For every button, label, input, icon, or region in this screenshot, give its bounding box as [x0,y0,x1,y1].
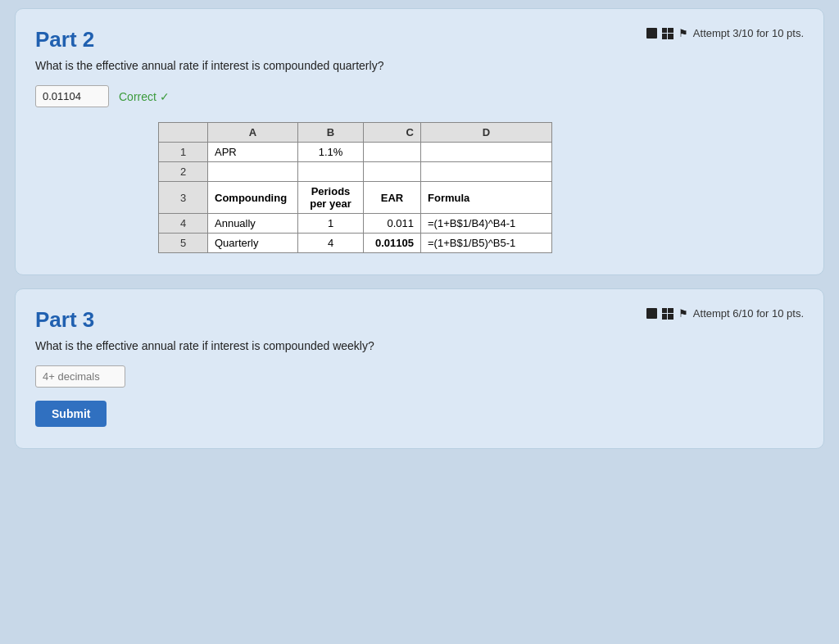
cell-3c: EAR [364,182,421,214]
cell-3b: Periodsper year [298,182,364,214]
cell-5b: 4 [298,234,364,253]
cell-5a: Quarterly [208,234,298,253]
part2-correct-label: Correct ✓ [119,90,170,103]
part3-card: ⚑ Attempt 6/10 for 10 pts. Part 3 What i… [15,288,824,449]
cell-3a: Compounding [208,182,298,214]
cell-1a: APR [208,143,298,162]
flag-icon: ⚑ [678,27,688,39]
table-row: 3 Compounding Periodsper year EAR Formul… [159,182,552,214]
col-header-c: C [364,123,421,143]
part3-attempt-text: Attempt 6/10 for 10 pts. [693,307,804,320]
cell-5d: =(1+B$1/B5)^B5-1 [421,234,552,253]
cell-1b: 1.1% [298,143,364,162]
part2-attempt-bar: ⚑ Attempt 3/10 for 10 pts. [646,27,804,39]
table-row: 1 APR 1.1% [159,143,552,162]
part2-answer-row: Correct ✓ [35,85,804,107]
cell-2a [208,162,298,182]
cell-5c: 0.01105 [364,234,421,253]
cell-4b: 1 [298,214,364,234]
table-row: 5 Quarterly 4 0.01105 =(1+B$1/B5)^B5-1 [159,234,552,253]
part2-question: What is the effective annual rate if int… [35,59,804,72]
square-icon [646,308,657,319]
cell-1d [421,143,552,162]
flag-icon: ⚑ [678,307,688,320]
cell-2c [364,162,421,182]
col-header-b: B [298,123,364,143]
cell-1c [364,143,421,162]
col-header-a: A [208,123,298,143]
part3-input-row [35,365,804,388]
cell-4a: Annually [208,214,298,234]
row-num-1: 1 [159,143,208,162]
part2-attempt-text: Attempt 3/10 for 10 pts. [693,27,804,39]
table-row: 2 [159,162,552,182]
cell-4d: =(1+B$1/B4)^B4-1 [421,214,552,234]
grid-icon [662,308,673,320]
row-num-3: 3 [159,182,208,214]
submit-button[interactable]: Submit [35,401,107,427]
cell-2b [298,162,364,182]
spreadsheet-wrapper: A B C D 1 APR 1.1% 2 [158,122,804,253]
cell-2d [421,162,552,182]
cell-3d: Formula [421,182,552,214]
row-num-2: 2 [159,162,208,182]
part3-answer-input[interactable] [35,365,125,388]
table-row: 4 Annually 1 0.011 =(1+B$1/B4)^B4-1 [159,214,552,234]
part3-question: What is the effective annual rate if int… [35,339,804,352]
grid-icon [662,28,673,39]
spreadsheet-table: A B C D 1 APR 1.1% 2 [158,122,552,253]
part2-answer-input[interactable] [35,85,109,107]
part3-attempt-bar: ⚑ Attempt 6/10 for 10 pts. [646,307,804,320]
row-num-4: 4 [159,214,208,234]
part2-card: ⚑ Attempt 3/10 for 10 pts. Part 2 What i… [15,8,824,275]
square-icon [646,28,657,39]
col-header-empty [159,123,208,143]
col-header-d: D [421,123,552,143]
cell-4c: 0.011 [364,214,421,234]
row-num-5: 5 [159,234,208,253]
